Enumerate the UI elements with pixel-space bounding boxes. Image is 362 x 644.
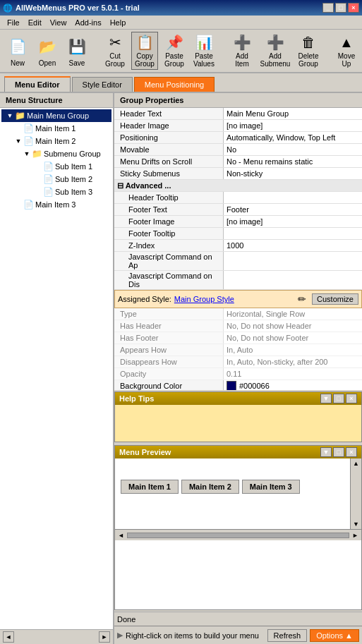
panel-scroll-buttons: ◄ ►: [0, 629, 113, 644]
prop-value-has-header: No, Do not show Header: [224, 320, 362, 332]
tree-item-main-3[interactable]: 📄 Main Item 3: [1, 198, 111, 211]
style-bar-style-name[interactable]: Main Group Style: [174, 295, 234, 303]
menu-structure-header: Menu Structure: [0, 93, 113, 108]
tree-toggle-main[interactable]: ▼: [6, 111, 14, 120]
close-button[interactable]: ×: [348, 3, 359, 13]
prop-value-movable[interactable]: No: [224, 144, 362, 155]
bottom-hint-text: Right-click on items to build your menu: [126, 631, 265, 640]
prop-name-has-footer: Has Footer: [114, 332, 224, 344]
menubar-file[interactable]: File: [3, 17, 24, 28]
options-button[interactable]: Options ▲: [310, 629, 359, 642]
tree-item-main-2[interactable]: ▼ 📄 Main Item 2: [1, 135, 111, 147]
tree-item-main-menu-group[interactable]: ▼ 📁 Main Menu Group: [1, 109, 111, 122]
toolbar-delete-group-button[interactable]: 🗑 Delete Group: [295, 32, 322, 70]
toolbar-cut-group-button[interactable]: ✂ Cut Group: [102, 32, 128, 70]
toolbar-copy-label: Copy Group: [133, 52, 156, 68]
add-item-icon: ➕: [231, 34, 253, 51]
customize-button[interactable]: Customize: [312, 293, 358, 305]
preview-hscroll-left-btn[interactable]: ◄: [115, 532, 127, 539]
toolbar-move-up-button[interactable]: ▲ Move Up: [333, 32, 360, 70]
help-tips-panel: Help Tips ▼ □ ×: [114, 391, 362, 442]
toolbar-add-item-button[interactable]: ➕ Add Item: [229, 32, 255, 70]
minimize-button[interactable]: _: [322, 3, 334, 13]
properties-table[interactable]: Header Text Main Menu Group Header Image…: [114, 108, 362, 390]
prop-name-advanced[interactable]: ⊟ Advanced ...: [114, 180, 362, 191]
preview-scrollbar[interactable]: ▲ ▼: [350, 458, 361, 529]
prop-value-header-image[interactable]: [no image]: [224, 120, 362, 131]
titlebar-title: 🌐 AllWebMenus PRO ver 5.0.1 - trial: [3, 4, 140, 13]
prop-value-zindex[interactable]: 1000: [224, 240, 362, 251]
prop-value-menu-drifts[interactable]: No - Menu remains static: [224, 156, 362, 167]
tree-item-sub-1[interactable]: 📄 Sub Item 1: [1, 160, 111, 173]
tree-label-sub-2: Sub Item 2: [55, 175, 92, 183]
prop-name-has-header: Has Header: [114, 320, 224, 332]
scroll-right-btn[interactable]: ►: [99, 631, 110, 643]
prop-value-positioning[interactable]: Automatically, Window, Top Left: [224, 132, 362, 143]
prop-value-footer-tooltip[interactable]: [224, 228, 362, 239]
tree-icon-subgroup: 📁: [31, 148, 42, 159]
prop-value-sticky[interactable]: Non-sticky: [224, 168, 362, 179]
menubar-view[interactable]: View: [46, 17, 71, 28]
tree-item-main-1[interactable]: 📄 Main Item 1: [1, 122, 111, 135]
style-bar-edit-icon[interactable]: ✏: [295, 292, 309, 306]
preview-menu-item-3[interactable]: Main Item 3: [242, 480, 300, 494]
preview-hscroll-right-btn[interactable]: ►: [349, 532, 361, 539]
menubar-addins[interactable]: Add-ins: [71, 17, 105, 28]
preview-panel-close-btn[interactable]: ×: [346, 447, 357, 457]
help-panel-minimize-btn[interactable]: ▼: [320, 394, 332, 403]
preview-panel-title: Menu Preview: [119, 448, 171, 456]
prop-value-js-appear[interactable]: [224, 252, 362, 270]
prop-value-js-disappear[interactable]: [224, 271, 362, 289]
tab-style-editor[interactable]: Style Editor: [72, 77, 133, 92]
maximize-button[interactable]: □: [335, 3, 346, 13]
refresh-button[interactable]: Refresh: [267, 629, 308, 642]
prop-row-js-disappear: Javascript Command on Dis: [114, 271, 362, 290]
tree-area[interactable]: ▼ 📁 Main Menu Group 📄 Main Item 1 ▼ 📄 Ma…: [0, 108, 113, 629]
toolbar-save-button[interactable]: 💾 Save: [64, 32, 90, 70]
menubar-help[interactable]: Help: [106, 17, 131, 28]
prop-value-footer-image[interactable]: [no image]: [224, 216, 362, 227]
tree-icon-group: 📁: [14, 110, 25, 121]
prop-name-footer-image: Footer Image: [114, 216, 224, 227]
tree-label-sub-1: Sub Item 1: [55, 162, 92, 171]
delete-icon: 🗑: [297, 34, 320, 51]
preview-scroll-up-btn[interactable]: ▲: [353, 460, 359, 467]
toolbar-new-button[interactable]: 📄 New: [4, 32, 31, 70]
toolbar-copy-group-button[interactable]: 📋 Copy Group: [131, 32, 158, 70]
paste-values-icon: 📊: [193, 34, 215, 51]
open-icon: 📂: [36, 35, 59, 58]
toolbar-paste-group-button[interactable]: 📌 Paste Group: [161, 32, 188, 70]
toolbar-add-submenu-button[interactable]: ➕ Add Submenu: [258, 32, 292, 70]
tree-item-sub-2[interactable]: 📄 Sub Item 2: [1, 173, 111, 186]
preview-menu-item-2[interactable]: Main Item 2: [181, 480, 239, 494]
preview-panel-restore-btn[interactable]: □: [333, 447, 344, 457]
preview-hscrollbar[interactable]: ◄ ►: [115, 529, 361, 540]
tree-toggle-submenu[interactable]: ▼: [23, 150, 31, 158]
tab-menu-editor[interactable]: Menu Editor: [4, 76, 71, 92]
toolbar-open-button[interactable]: 📂 Open: [34, 32, 61, 70]
help-panel-restore-btn[interactable]: □: [333, 394, 344, 403]
menu-preview-panel: Menu Preview ▼ □ × Main Item 1 Main Item…: [114, 445, 362, 610]
preview-panel-minimize-btn[interactable]: ▼: [320, 447, 332, 457]
tree-toggle-item2[interactable]: ▼: [14, 137, 23, 145]
help-panel-close-btn[interactable]: ×: [346, 394, 357, 403]
prop-row-appears-how: Appears How In, Auto: [114, 344, 362, 356]
preview-hscroll-track[interactable]: [127, 533, 349, 538]
scroll-left-btn[interactable]: ◄: [3, 631, 14, 643]
toolbar-paste-values-button[interactable]: 📊 Paste Values: [191, 32, 217, 70]
tab-menu-positioning[interactable]: Menu Positioning: [134, 77, 215, 92]
preview-scroll-down-btn[interactable]: ▼: [353, 521, 359, 528]
prop-value-header-text[interactable]: Main Menu Group: [224, 108, 362, 119]
tree-item-sub-3[interactable]: 📄 Sub Item 3: [1, 186, 111, 198]
left-panel: Menu Structure ▼ 📁 Main Menu Group 📄 Mai…: [0, 93, 114, 644]
prop-value-footer-text[interactable]: Footer: [224, 204, 362, 215]
prop-value-bg-color[interactable]: #000066: [224, 380, 362, 390]
preview-menu-item-1[interactable]: Main Item 1: [121, 480, 179, 494]
menubar-edit[interactable]: Edit: [24, 17, 46, 28]
toolbar-add-submenu-label: Add Submenu: [260, 52, 291, 68]
app-title: AllWebMenus PRO ver 5.0.1 - trial: [16, 4, 140, 12]
style-bar: Assigned Style: Main Group Style ✏ Custo…: [114, 290, 362, 308]
tree-item-submenu-group[interactable]: ▼ 📁 Submenu Group: [1, 147, 111, 160]
prop-value-header-tooltip[interactable]: [224, 192, 362, 203]
prop-row-movable: Movable No: [114, 144, 362, 156]
